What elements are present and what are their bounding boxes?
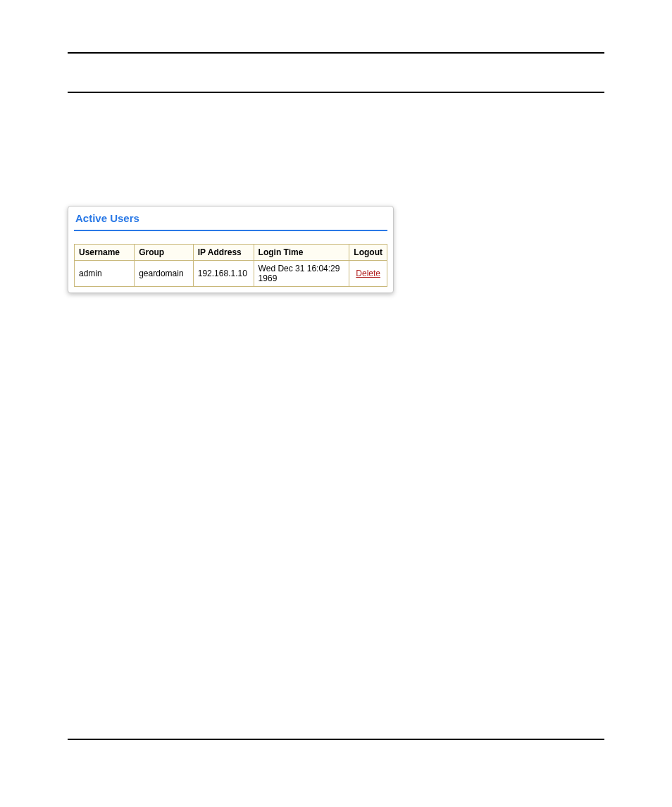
cell-ip: 192.168.1.10	[193, 261, 254, 287]
active-users-table: Username Group IP Address Login Time Log…	[74, 244, 387, 287]
table-row: admin geardomain 192.168.1.10 Wed Dec 31…	[75, 261, 387, 287]
col-group: Group	[135, 245, 194, 261]
cell-username: admin	[75, 261, 135, 287]
divider-bottom	[68, 739, 604, 740]
cell-group: geardomain	[135, 261, 194, 287]
active-users-panel: Active Users Username Group IP Address L…	[68, 206, 394, 293]
panel-divider	[74, 230, 387, 231]
cell-login: Wed Dec 31 16:04:29 1969	[254, 261, 349, 287]
cell-logout: Delete	[349, 261, 387, 287]
col-username: Username	[75, 245, 135, 261]
divider-top	[68, 52, 604, 54]
col-login: Login Time	[254, 245, 349, 261]
delete-link[interactable]: Delete	[356, 269, 380, 278]
panel-title: Active Users	[74, 211, 387, 230]
col-logout: Logout	[349, 245, 387, 261]
col-ip: IP Address	[193, 245, 254, 261]
divider-second	[68, 92, 604, 93]
table-header-row: Username Group IP Address Login Time Log…	[75, 245, 387, 261]
